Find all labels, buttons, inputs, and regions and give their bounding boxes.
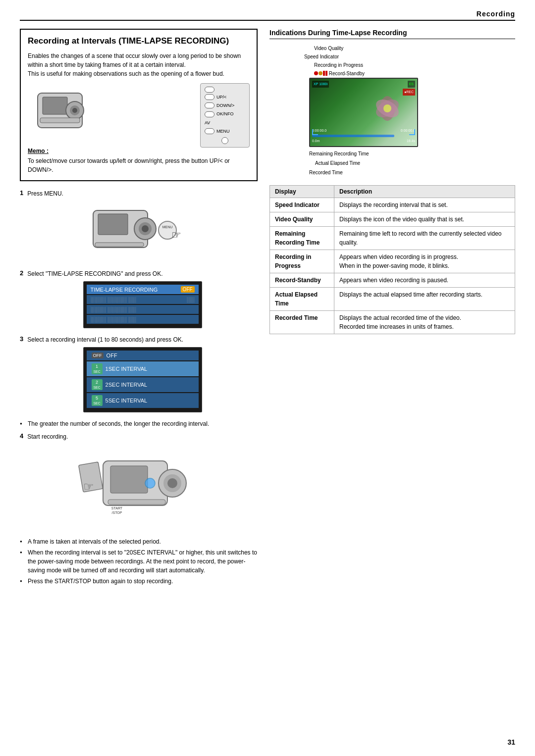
header-title: Recording	[477, 10, 515, 18]
svg-point-25	[145, 478, 155, 488]
td-speed-display: Speed Indicator	[270, 198, 334, 212]
td-rip-desc: Appears when video recording is in progr…	[334, 250, 515, 273]
vf-corner-marker-br	[409, 129, 415, 135]
up-label: UP/<	[216, 93, 226, 101]
menu-label: MENU	[216, 127, 230, 135]
svg-text:/STOP: /STOP	[111, 511, 122, 514]
btn-row-up: UP/<	[205, 93, 245, 101]
interval-1sec-badge: 1SEC	[92, 363, 103, 374]
section-box: Recording at Intervals (TIME-LAPSE RECOR…	[20, 29, 258, 181]
vf-labels-block: Video Quality Speed Indicator Recording …	[269, 44, 515, 78]
bullets-step4: A frame is taken at intervals of the sel…	[20, 537, 258, 586]
td-remaining-display: RemainingRecording Time	[270, 227, 334, 250]
rec-dot-1	[314, 71, 318, 75]
interval-5sec: 5SEC 5SEC INTERVAL	[87, 393, 199, 408]
interval-off: OFF OFF	[87, 351, 199, 360]
vf-label-record-standby: Record-Standby	[274, 69, 515, 78]
flowers-overlay	[368, 89, 407, 128]
down-label: DOWN/>	[216, 101, 234, 109]
vf-label-video-quality: Video Quality	[274, 44, 515, 52]
play-button-icon	[205, 87, 214, 93]
vf-label-speed-indicator: Speed Indicator	[274, 52, 515, 61]
timelapse-menu-screen: TIME-LAPSE RECORDING OFF ░░░░ ░░░░░ ░░ ░…	[83, 281, 202, 328]
interval-5sec-label: 5SEC INTERVAL	[106, 398, 148, 403]
vf-label-remaining: Remaining Recording Time	[309, 149, 515, 158]
left-column: Recording at Intervals (TIME-LAPSE RECOR…	[20, 29, 258, 590]
vf-time-display: 0:00:00.0 0:00:00.0	[312, 128, 415, 134]
vf-label-recording-progress: Recording in Progress	[274, 61, 515, 69]
menu-item-timelapse: TIME-LAPSE RECORDING OFF	[87, 285, 199, 294]
svg-rect-5	[40, 118, 80, 123]
circle-button-icon	[221, 137, 228, 144]
memo-block: Memo : To select/move cursor towards up/…	[28, 148, 250, 174]
btn-row-av: AV	[205, 119, 245, 127]
td-rt-desc: Displays the actual recorded time of the…	[334, 311, 515, 334]
vf-xp-indicator: XP 1080i	[312, 81, 329, 88]
svg-rect-1	[43, 97, 67, 114]
interval-2sec: 2SEC 2SEC INTERVAL	[87, 377, 199, 392]
indications-title: Indications During Time-Lapse Recording	[269, 29, 515, 39]
td-ae-display: Actual ElapsedTime	[270, 288, 334, 311]
ok-button-icon	[205, 111, 214, 117]
menu-item-2-extra: ░░	[187, 297, 195, 302]
bullet-step3-1: The greater the number of seconds, the l…	[20, 419, 258, 428]
btn-row-down: DOWN/>	[205, 101, 245, 109]
svg-text:☞: ☞	[171, 229, 181, 241]
rec-bar-1	[323, 71, 325, 76]
bullet-step4-2: When the recording interval is set to "2…	[20, 548, 258, 575]
bullets-step3: The greater the number of seconds, the l…	[20, 419, 258, 428]
table-row-recorded-time: Recorded Time Displays the actual record…	[270, 311, 515, 334]
interval-1sec: 1SEC 1SEC INTERVAL	[87, 361, 199, 376]
camera-diagram-step1: MENU ☞	[27, 203, 258, 257]
ok-label: OK/NFO	[216, 110, 234, 118]
table-col-display: Display	[270, 186, 334, 198]
step-1: 1 Press MENU.	[20, 189, 258, 262]
td-rs-desc: Appears when video recording is paused.	[334, 273, 515, 288]
vf-corner-marker-bl	[312, 129, 318, 135]
step-3: 3 Select a recording interval (1 to 80 s…	[20, 335, 258, 412]
vf-elapsed-time: 0.0m	[312, 138, 320, 144]
td-remaining-desc: Remaining time left to record with the c…	[334, 227, 515, 250]
memo-area: UP/< DOWN/> OK/NFO AV	[28, 83, 250, 148]
menu-item-2: ░░░░ ░░░░░ ░░ ░░	[87, 295, 199, 304]
rec-dot-2	[319, 71, 322, 75]
td-rt-display: Recorded Time	[270, 311, 334, 334]
page-number: 31	[507, 738, 515, 746]
table-col-description: Description	[334, 186, 515, 198]
table-row-record-standby: Record-Standby Appears when video record…	[270, 273, 515, 288]
step-4-text: Start recording.	[27, 432, 258, 441]
table-row-speed: Speed Indicator Displays the recording i…	[270, 198, 515, 212]
menu-item-4-dots: ░░░░ ░░░░░ ░░	[91, 316, 136, 322]
memo-text: To select/move cursor towards up/left or…	[28, 156, 250, 174]
flowers-svg	[368, 89, 407, 128]
svg-rect-7	[98, 214, 128, 235]
section-title: Recording at Intervals (TIME-LAPSE RECOR…	[28, 36, 250, 47]
td-rip-display: Recording inProgress	[270, 250, 334, 273]
interval-off-label: OFF	[107, 353, 117, 358]
camera-diagram-step4: START /STOP ☞	[27, 446, 258, 525]
main-content: Recording at Intervals (TIME-LAPSE RECOR…	[20, 29, 515, 590]
bullet-step4-1: A frame is taken at intervals of the sel…	[20, 537, 258, 546]
down-button-icon	[205, 102, 214, 108]
svg-text:START: START	[111, 506, 122, 510]
vf-quality-badge: ES	[408, 81, 415, 88]
step-1-text: Press MENU.	[27, 189, 258, 198]
viewfinder-annotation-area: Video Quality Speed Indicator Recording …	[269, 44, 515, 177]
record-standby-icon	[314, 71, 327, 76]
page: Recording Recording at Intervals (TIME-L…	[0, 0, 535, 756]
vf-label-recorded: Recorded Time	[309, 168, 515, 177]
table-row-actual-elapsed: Actual ElapsedTime Displays the actual e…	[270, 288, 515, 311]
rec-bar-2	[325, 71, 327, 76]
btn-row-menu: MENU	[205, 127, 245, 135]
td-speed-desc: Displays the recording interval that is …	[334, 198, 515, 212]
step-4-number: 4	[20, 432, 23, 440]
bullet-step4-3: Press the START/STOP button again to sto…	[20, 577, 258, 586]
svg-text:MENU: MENU	[162, 225, 172, 229]
right-column: Indications During Time-Lapse Recording …	[269, 29, 515, 590]
av-label: AV	[205, 119, 210, 127]
svg-rect-11	[95, 243, 144, 247]
up-button-icon	[205, 94, 214, 100]
memo-label: Memo :	[28, 148, 250, 154]
top-header: Recording	[20, 10, 515, 21]
interval-menu-screen: OFF OFF 1SEC 1SEC INTERVAL 2SEC 2SEC INT…	[83, 347, 202, 412]
